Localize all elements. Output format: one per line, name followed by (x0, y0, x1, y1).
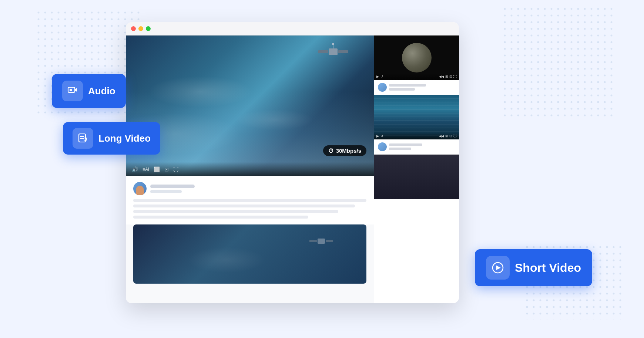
sidebar-name-line (389, 88, 415, 91)
content-line (133, 210, 338, 213)
long-video-badge-label: Long Video (98, 133, 151, 144)
svg-rect-13 (326, 240, 333, 242)
sidebar-controls-1[interactable]: ▶ ↺ ◀◀ ⊞ ⊡ ⛶ (374, 73, 459, 80)
audio-icon (67, 86, 78, 96)
sidebar-item-dark (374, 155, 459, 199)
sidebar-avatar-1 (378, 83, 387, 92)
bottom-video-overlay (133, 224, 366, 284)
long-video-icon (78, 133, 88, 143)
fullscreen-icon[interactable]: ⛶ (173, 166, 178, 172)
thumb-dark2 (374, 155, 459, 199)
svg-rect-15 (70, 89, 72, 91)
subtitles-icon[interactable]: ≡AI (142, 167, 149, 172)
name-line-secondary (150, 190, 182, 193)
content-lines (133, 199, 366, 219)
sidebar-name-lines-2 (389, 143, 422, 150)
vol-sm-icon-2[interactable]: ◀◀ (439, 134, 444, 138)
browser-titlebar (126, 22, 459, 36)
svg-rect-11 (318, 239, 325, 244)
sidebar-thumb-dark[interactable] (374, 155, 459, 199)
svg-rect-12 (309, 240, 317, 242)
svg-rect-7 (318, 50, 328, 53)
grid-icon-2[interactable]: ⊞ (445, 134, 448, 138)
dot-grid-tr (503, 7, 614, 118)
content-line (133, 216, 308, 219)
svg-rect-8 (338, 50, 348, 53)
post-header (133, 182, 366, 195)
reload-icon[interactable]: ↺ (380, 75, 383, 78)
video-controls[interactable]: 🔊 ≡AI ⬜ ⊡ ⛶ (126, 162, 374, 176)
reload-icon-2[interactable]: ↺ (380, 134, 383, 138)
bottom-video-thumbnail[interactable] (133, 224, 366, 284)
play-icon-2[interactable]: ▶ (376, 134, 379, 138)
sidebar-name-line (389, 143, 422, 146)
sidebar-thumb-planet[interactable]: ▶ ↺ ◀◀ ⊞ ⊡ ⛶ (374, 36, 459, 80)
sidebar-controls-2[interactable]: ▶ ↺ ◀◀ ⊞ ⊡ ⛶ (374, 133, 459, 139)
play-icon[interactable]: ▶ (376, 75, 379, 78)
pluto-planet (402, 43, 432, 72)
name-line-primary (150, 185, 195, 188)
audio-badge: Audio (52, 74, 126, 108)
svg-point-10 (332, 43, 334, 45)
sidebar-item-ocean: ▶ ↺ ◀◀ ⊞ ⊡ ⛶ (374, 95, 459, 155)
svg-rect-3 (503, 7, 614, 118)
bottom-satellite-icon (307, 232, 337, 254)
sidebar-post-info-2 (374, 139, 459, 154)
name-lines (150, 185, 195, 193)
box-icon[interactable]: ⊡ (449, 75, 452, 78)
long-video-badge: Long Video (63, 122, 160, 155)
content-line (133, 199, 366, 202)
thumb-ocean: ▶ ↺ ◀◀ ⊞ ⊡ ⛶ (374, 95, 459, 139)
traffic-light-yellow[interactable] (138, 26, 143, 31)
sidebar-ctrl-left-2: ▶ ↺ (376, 134, 383, 138)
traffic-light-green[interactable] (146, 26, 151, 31)
audio-badge-label: Audio (88, 85, 115, 97)
audio-badge-icon (62, 81, 83, 101)
sidebar-ctrl-right-1: ◀◀ ⊞ ⊡ ⛶ (439, 75, 457, 78)
sidebar-name-line (389, 84, 426, 87)
browser-window: ⏱ 30Mbps/s 🔊 ≡AI ⬜ ⊡ ⛶ (126, 22, 459, 303)
sidebar-item-planet: ▶ ↺ ◀◀ ⊞ ⊡ ⛶ (374, 36, 459, 95)
avatar (133, 182, 147, 195)
video-player[interactable]: ⏱ 30Mbps/s 🔊 ≡AI ⬜ ⊡ ⛶ (126, 36, 374, 176)
sidebar-ctrl-right-2: ◀◀ ⊞ ⊡ ⛶ (439, 134, 457, 138)
short-video-badge-icon (486, 256, 510, 280)
sidebar-post-info-1 (374, 80, 459, 95)
pip-icon[interactable]: ⊡ (164, 166, 169, 172)
main-content: ⏱ 30Mbps/s 🔊 ≡AI ⬜ ⊡ ⛶ (126, 36, 374, 303)
long-video-badge-icon (73, 128, 93, 149)
box-icon-2[interactable]: ⊡ (449, 134, 452, 138)
post-area (126, 176, 374, 224)
sidebar-thumb-ocean[interactable]: ▶ ↺ ◀◀ ⊞ ⊡ ⛶ (374, 95, 459, 139)
speed-label: 30Mbps/s (336, 148, 361, 154)
traffic-light-red[interactable] (131, 26, 136, 31)
content-line (133, 205, 355, 207)
avatar-face (136, 186, 144, 195)
sidebar-avatar-2 (378, 142, 387, 151)
svg-rect-6 (329, 48, 338, 55)
sidebar-ctrl-left-1: ▶ ↺ (376, 75, 383, 78)
satellite-icon (315, 39, 352, 69)
speed-badge: ⏱ 30Mbps/s (323, 145, 366, 156)
grid-icon[interactable]: ⊞ (445, 75, 448, 78)
cast-icon[interactable]: ⬜ (154, 166, 160, 172)
short-video-badge-label: Short Video (515, 261, 581, 275)
thumb-dark: ▶ ↺ ◀◀ ⊞ ⊡ ⛶ (374, 36, 459, 80)
expand-icon[interactable]: ⛶ (453, 75, 457, 78)
speed-icon: ⏱ (328, 148, 334, 154)
right-sidebar: ▶ ↺ ◀◀ ⊞ ⊡ ⛶ (374, 36, 459, 303)
volume-sm-icon[interactable]: ◀◀ (439, 75, 444, 78)
sidebar-name-line (389, 148, 411, 150)
browser-content: ⏱ 30Mbps/s 🔊 ≡AI ⬜ ⊡ ⛶ (126, 36, 459, 303)
short-video-icon (492, 261, 504, 274)
short-video-badge: Short Video (475, 249, 592, 286)
volume-icon[interactable]: 🔊 (132, 166, 138, 172)
sidebar-name-lines-1 (389, 84, 426, 91)
expand-icon-2[interactable]: ⛶ (453, 134, 457, 138)
